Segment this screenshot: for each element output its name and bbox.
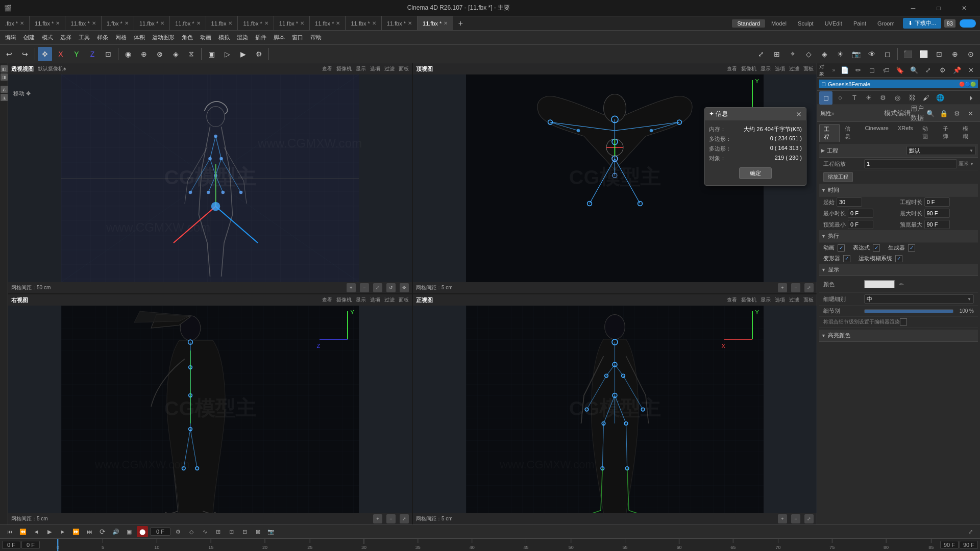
attr-lock-btn[interactable]: 🔒 bbox=[937, 107, 950, 120]
time-min-input[interactable] bbox=[848, 209, 873, 218]
tab-10[interactable]: 11.fbx *✕ bbox=[310, 16, 346, 31]
track-ruler[interactable]: 0 5 10 15 20 25 30 35 40 45 50 bbox=[40, 539, 940, 551]
tl-prev-btn[interactable]: ⏪ bbox=[17, 526, 29, 537]
mini-btn-4[interactable]: ◮ bbox=[1, 94, 8, 101]
render-region-btn[interactable]: ▣ bbox=[204, 47, 218, 61]
tl-options-btn[interactable]: ⚙ bbox=[173, 526, 184, 537]
attr-more-btn[interactable]: ⚙ bbox=[950, 107, 964, 120]
vp-tr-nav-cam[interactable]: 摄像机 bbox=[741, 65, 756, 72]
vp-tl-nav-option[interactable]: 选项 bbox=[370, 65, 380, 72]
preview-min-input[interactable] bbox=[848, 220, 873, 229]
menu-volume[interactable]: 体积 bbox=[131, 32, 148, 43]
vp-bl-zoom-out[interactable]: − bbox=[386, 514, 396, 523]
render5-btn[interactable]: ⊕ bbox=[948, 47, 962, 61]
rp-bookmark-btn[interactable]: 🔖 bbox=[894, 64, 906, 77]
redo-icon-btn[interactable]: ↪ bbox=[18, 47, 32, 61]
detail-note-check[interactable] bbox=[900, 318, 907, 325]
dialog-close-btn[interactable]: ✕ bbox=[796, 110, 802, 118]
vp-br-zoom-out[interactable]: − bbox=[791, 514, 800, 523]
menu-script[interactable]: 脚本 bbox=[271, 32, 288, 43]
tl-play-btn[interactable]: ▶ bbox=[44, 526, 55, 537]
tl-loop-btn[interactable]: ⟳ bbox=[97, 526, 108, 537]
render4-btn[interactable]: ⊡ bbox=[932, 47, 946, 61]
vp-bl-nav-cam[interactable]: 摄像机 bbox=[336, 296, 352, 304]
tab-4[interactable]: 1.fbx *✕ bbox=[102, 16, 134, 31]
vp-bl-nav-option[interactable]: 选项 bbox=[370, 296, 380, 304]
section-time[interactable]: ▼ 时间 bbox=[819, 184, 978, 196]
menu-create[interactable]: 创建 bbox=[20, 32, 38, 43]
rtab-sculpt[interactable]: Sculpt bbox=[793, 19, 819, 28]
vp-br-nav-panel[interactable]: 面板 bbox=[803, 296, 814, 304]
rp-sun-btn[interactable]: ☀ bbox=[862, 91, 875, 105]
tl-motion-btn[interactable]: ⊡ bbox=[226, 526, 237, 537]
exec-deform-check[interactable] bbox=[843, 255, 850, 262]
attr-mode-btn[interactable]: 模式 bbox=[884, 107, 897, 120]
vp-tl-nav-camera[interactable]: 默认摄像机♠ bbox=[38, 65, 66, 72]
vp-bl-nav-panel[interactable]: 面板 bbox=[399, 296, 409, 304]
vp-br-nav-display[interactable]: 显示 bbox=[761, 296, 771, 304]
rtab-uvedit[interactable]: UVEdit bbox=[820, 19, 847, 28]
obj-btn[interactable]: ◻ bbox=[880, 47, 895, 61]
coord-icon-btn[interactable]: ⊡ bbox=[101, 47, 115, 61]
time-duration-input[interactable] bbox=[924, 197, 950, 207]
tl-next-btn[interactable]: ⏩ bbox=[70, 526, 82, 537]
tab-3[interactable]: 11.fbx *✕ bbox=[65, 16, 101, 31]
maximize-button[interactable]: □ bbox=[927, 0, 950, 16]
tl-last-btn[interactable]: ⏭ bbox=[84, 526, 95, 537]
view-btn[interactable]: 👁 bbox=[865, 47, 879, 61]
menu-help[interactable]: 帮助 bbox=[307, 32, 325, 43]
vp-tl-nav-view[interactable]: 查看 bbox=[322, 65, 332, 72]
lasso-btn[interactable]: ◈ bbox=[168, 47, 183, 61]
close-button[interactable]: ✕ bbox=[952, 0, 976, 16]
tl-sound-btn[interactable]: 🔊 bbox=[110, 526, 121, 537]
vp-br-nav-view[interactable]: 查看 bbox=[727, 296, 737, 304]
vp-br-zoom-in[interactable]: + bbox=[778, 514, 787, 523]
rp-chain-btn[interactable]: ⛓ bbox=[905, 91, 918, 105]
tab-13-active[interactable]: 11.fbx *✕ bbox=[418, 16, 453, 31]
menu-render[interactable]: 渲染 bbox=[234, 32, 251, 43]
render6-btn[interactable]: ⊙ bbox=[964, 47, 978, 61]
menu-animate[interactable]: 动画 bbox=[197, 32, 214, 43]
vp-tr-fit[interactable]: ⤢ bbox=[804, 283, 814, 292]
menu-mode[interactable]: 模式 bbox=[39, 32, 56, 43]
download-button[interactable]: ⬇ 下载中... bbox=[903, 18, 941, 29]
snap2-btn[interactable]: ⊗ bbox=[153, 47, 167, 61]
tab-8[interactable]: 11.fbx *✕ bbox=[238, 16, 274, 31]
vp-bl-zoom-in[interactable]: + bbox=[373, 514, 382, 523]
section-execute[interactable]: ▼ 执行 bbox=[819, 230, 978, 242]
attr-search-btn[interactable]: 🔍 bbox=[924, 107, 937, 120]
color-swatch[interactable] bbox=[864, 280, 895, 288]
transform-btn[interactable]: ⤢ bbox=[754, 47, 768, 61]
tab-7[interactable]: 11.fbx✕ bbox=[206, 16, 238, 31]
tl-cam-btn[interactable]: 📷 bbox=[265, 526, 277, 537]
move-tool-btn[interactable]: ✥ bbox=[38, 47, 52, 61]
tl-record-btn[interactable]: ⬤ bbox=[137, 526, 148, 537]
vp-br-nav-filter[interactable]: 过滤 bbox=[789, 296, 799, 304]
vp-tl-nav-filter[interactable]: 过滤 bbox=[384, 65, 395, 72]
menu-simulate[interactable]: 模拟 bbox=[215, 32, 233, 43]
rp-search-btn[interactable]: 🔍 bbox=[908, 64, 921, 77]
axis-y-btn[interactable]: Y bbox=[69, 47, 84, 61]
tl-timeline2-btn[interactable]: ⊞ bbox=[212, 526, 224, 537]
vp-br-fit[interactable]: ⤢ bbox=[804, 514, 814, 523]
rp-right-btn[interactable]: ⏵ bbox=[965, 91, 978, 105]
tl-fullscreen-btn[interactable]: ⤢ bbox=[965, 526, 976, 537]
tab-12[interactable]: 11.fbx *✕ bbox=[382, 16, 418, 31]
tab-11[interactable]: 11.fbx *✕ bbox=[346, 16, 381, 31]
obj-tool-btn[interactable]: ◉ bbox=[121, 47, 135, 61]
mini-btn-2[interactable]: ◨ bbox=[1, 73, 8, 81]
proj-tab-info[interactable]: 信息 bbox=[841, 124, 860, 142]
vp-tr-zoom-in[interactable]: + bbox=[778, 283, 787, 292]
proj-tab-project[interactable]: 工程 bbox=[819, 124, 840, 142]
tab-5[interactable]: 11.fbx *✕ bbox=[134, 16, 170, 31]
snap3-btn[interactable]: ⌖ bbox=[786, 47, 800, 61]
attr-cross-btn[interactable]: ✕ bbox=[964, 107, 977, 120]
menu-tools[interactable]: 工具 bbox=[76, 32, 93, 43]
vp-br-nav-option[interactable]: 选项 bbox=[775, 296, 785, 304]
time-max-input[interactable] bbox=[924, 209, 950, 218]
vp-tl-pan[interactable]: ✥ bbox=[400, 283, 409, 292]
tab-1[interactable]: .fbx *✕ bbox=[0, 16, 30, 31]
menu-edit[interactable]: 编辑 bbox=[2, 32, 19, 43]
axis-z-btn[interactable]: Z bbox=[85, 47, 100, 61]
menu-select[interactable]: 选择 bbox=[57, 32, 75, 43]
